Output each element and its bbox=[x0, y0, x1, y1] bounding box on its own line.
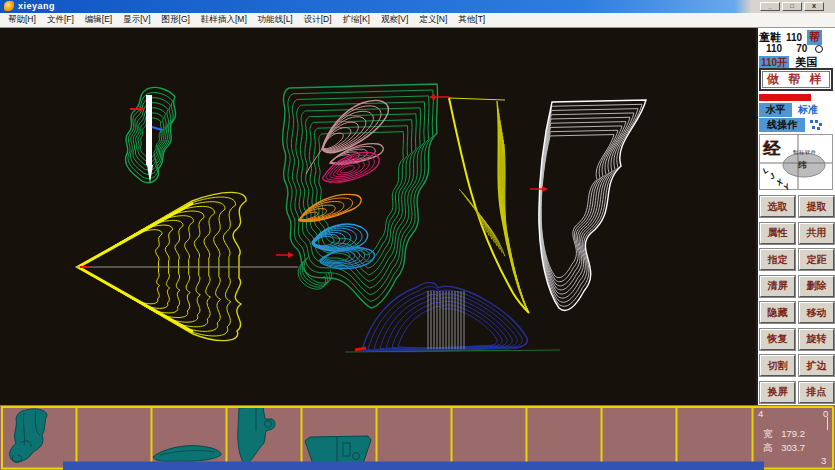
size-info-row2: 110 70 bbox=[759, 43, 835, 54]
status-corner-count: 3 bbox=[821, 455, 826, 466]
menu-scale[interactable]: 扩缩[K] bbox=[343, 14, 370, 26]
menu-graphics[interactable]: 图形[G] bbox=[162, 14, 190, 26]
line-op-row: 线操作 bbox=[759, 118, 835, 132]
restore-button[interactable]: □ bbox=[782, 2, 802, 11]
size-value-3: 70 bbox=[796, 43, 807, 54]
menu-file[interactable]: 文件[F] bbox=[47, 14, 74, 26]
red-arrowhead-crescent bbox=[542, 186, 548, 192]
mode-horizontal-button[interactable]: 水平 bbox=[759, 103, 792, 117]
width-readout: 宽 179.2 bbox=[763, 428, 805, 441]
app-icon bbox=[4, 1, 14, 11]
pattern-dots-icon[interactable] bbox=[809, 119, 823, 131]
menu-help[interactable]: 帮助[H] bbox=[8, 14, 36, 26]
tool-rotate-button[interactable]: 旋转 bbox=[799, 329, 834, 350]
tool-clear-button[interactable]: 清屏 bbox=[760, 276, 795, 297]
design-canvas[interactable] bbox=[0, 28, 756, 405]
strip-grid-lines bbox=[1, 407, 833, 469]
strip-graphics bbox=[0, 405, 835, 470]
tool-share-button[interactable]: 共用 bbox=[799, 223, 834, 244]
pattern-yellow-panel[interactable] bbox=[497, 101, 529, 313]
status-left-count: 4 bbox=[758, 408, 763, 419]
logo-char-wei: 纬 bbox=[798, 159, 807, 172]
menu-observe[interactable]: 观察[V] bbox=[381, 14, 408, 26]
red-marker-sole bbox=[355, 348, 366, 350]
tool-select-button[interactable]: 选取 bbox=[760, 196, 795, 217]
pattern-magenta-ellipse[interactable] bbox=[323, 152, 380, 182]
tool-cut-button[interactable]: 切割 bbox=[760, 355, 795, 376]
thumb-boot-piece[interactable] bbox=[238, 407, 275, 465]
menu-design[interactable]: 设计[D] bbox=[304, 14, 332, 26]
brand-logo-panel: 经 制鞋软件 纬 L J X Y bbox=[759, 134, 833, 190]
size-value-2: 110 bbox=[766, 43, 782, 54]
white-bar-marker bbox=[146, 95, 152, 165]
status-tick bbox=[827, 417, 828, 430]
red-arrowhead-green-boot bbox=[288, 252, 294, 258]
red-progress-bar bbox=[759, 94, 811, 101]
status-panel: 4 0 宽 179.2 高 303.7 3 bbox=[753, 405, 835, 470]
pattern-blue-sole[interactable] bbox=[362, 283, 527, 352]
tool-distance-button[interactable]: 定距 bbox=[799, 249, 834, 270]
thumb-sole-side[interactable] bbox=[153, 446, 221, 462]
mode-row: 水平 标准 bbox=[759, 103, 835, 117]
height-label: 高 bbox=[763, 442, 773, 453]
taskbar-strip[interactable] bbox=[63, 462, 764, 470]
app-window: xieyang _ □ X 帮助[H] 文件[F] 编辑[E] 显示[V] 图形… bbox=[0, 0, 835, 470]
tool-move-button[interactable]: 移动 bbox=[799, 302, 834, 323]
logo-caption: 制鞋软件 bbox=[793, 149, 817, 155]
width-value: 179.2 bbox=[781, 428, 805, 439]
menu-edit[interactable]: 编辑[E] bbox=[85, 14, 112, 26]
pattern-white-crescent[interactable] bbox=[539, 100, 646, 310]
menu-bar: 帮助[H] 文件[F] 编辑[E] 显示[V] 图形[G] 鞋样插入[M] 功能… bbox=[0, 13, 835, 28]
tool-hide-button[interactable]: 隐藏 bbox=[760, 302, 795, 323]
height-value: 303.7 bbox=[781, 442, 805, 453]
menu-define[interactable]: 定义[N] bbox=[419, 14, 447, 26]
tool-expand-button[interactable]: 扩边 bbox=[799, 355, 834, 376]
window-title: xieyang bbox=[18, 1, 55, 11]
size-value: 110 bbox=[786, 32, 802, 43]
tool-switch-button[interactable]: 换屏 bbox=[760, 382, 795, 403]
menu-insert-pattern[interactable]: 鞋样插入[M] bbox=[201, 14, 247, 26]
blue-marker-small-boot bbox=[152, 127, 162, 130]
width-label: 宽 bbox=[763, 428, 773, 439]
make-upper-button[interactable]: 做 帮 样 bbox=[759, 68, 833, 91]
radio-circle-icon[interactable] bbox=[815, 45, 823, 53]
pattern-yellow-dart[interactable] bbox=[78, 192, 246, 340]
line-operation-button[interactable]: 线操作 bbox=[759, 118, 805, 132]
menu-function-line[interactable]: 功能线[L] bbox=[258, 14, 293, 26]
tool-property-button[interactable]: 属性 bbox=[760, 223, 795, 244]
logo-char-jing: 经 bbox=[764, 137, 781, 160]
menu-view[interactable]: 显示[V] bbox=[123, 14, 150, 26]
thumb-quarter-swirl[interactable] bbox=[10, 409, 47, 463]
tool-points-button[interactable]: 排点 bbox=[799, 382, 834, 403]
minimize-button[interactable]: _ bbox=[760, 2, 780, 11]
tool-delete-button[interactable]: 删除 bbox=[799, 276, 834, 297]
tool-restore-button[interactable]: 恢复 bbox=[760, 329, 795, 350]
red-arrowhead-panel bbox=[429, 94, 435, 100]
mode-standard-button[interactable]: 标准 bbox=[798, 103, 818, 117]
panel-top-edge bbox=[449, 98, 505, 100]
menu-other[interactable]: 其他[T] bbox=[458, 14, 485, 26]
title-bar[interactable]: xieyang _ □ X bbox=[0, 0, 835, 13]
tool-sidebar: 童鞋 110 帮 110 70 110开 美国 做 帮 样 水平 标准 线操作 bbox=[756, 28, 835, 405]
height-readout: 高 303.7 bbox=[763, 442, 805, 455]
pattern-green-boot[interactable] bbox=[282, 84, 437, 308]
thumb-panel-piece[interactable] bbox=[305, 436, 371, 464]
canvas-drawing bbox=[0, 28, 756, 405]
panel-hatch bbox=[459, 189, 505, 256]
thumbnail-strip bbox=[0, 405, 835, 470]
close-button[interactable]: X bbox=[804, 2, 824, 11]
tool-extract-button[interactable]: 提取 bbox=[799, 196, 834, 217]
tool-assign-button[interactable]: 指定 bbox=[760, 249, 795, 270]
